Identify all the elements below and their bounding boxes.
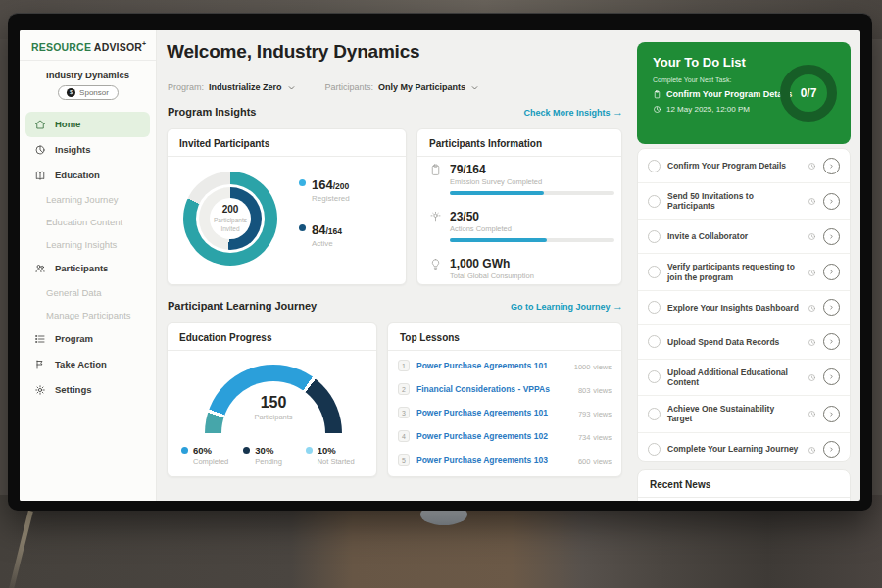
task-open-button[interactable] — [823, 158, 840, 174]
sidebar-item-insights[interactable]: Insights — [25, 137, 150, 163]
task-row-confirm-your-program-details[interactable]: Confirm Your Program Details — [638, 149, 850, 182]
participants-information-card: Participants Information 79/164 Emission… — [416, 128, 622, 285]
todo-summary-card: Your To Do List Complete Your Next Task:… — [637, 42, 851, 144]
task-checkbox[interactable] — [648, 301, 661, 314]
task-row-verify-participants-requesting-to-join-t[interactable]: Verify participants requesting to join t… — [638, 253, 850, 289]
task-clock-icon — [808, 227, 816, 245]
clipboard-icon — [653, 90, 662, 99]
sidebar-item-program[interactable]: Program — [25, 326, 150, 352]
task-open-button[interactable] — [823, 406, 840, 422]
check-more-insights-link[interactable]: Check More Insights → — [523, 106, 623, 118]
home-icon — [34, 119, 46, 130]
gauge-center-label: 150 Participants — [205, 394, 342, 421]
legend-dot — [299, 179, 306, 186]
program-insights-title: Program Insights — [168, 106, 256, 118]
gauge-legend: 60% Completed 30% Pending 10% Not Starte… — [181, 445, 368, 466]
task-checkbox[interactable] — [648, 408, 661, 420]
education-icon — [34, 170, 46, 181]
lesson-rank-badge: 5 — [398, 454, 410, 466]
invited-donut-chart: 200 Participants Invited — [183, 172, 277, 266]
task-open-button[interactable] — [823, 228, 840, 245]
participants-icon — [34, 263, 46, 274]
donut-center-label: 200 Participants Invited — [196, 184, 265, 253]
todo-subtitle: Complete Your Next Task: — [653, 76, 731, 83]
lesson-row: 4 Power Purchase Agreements 102 734 view… — [398, 424, 612, 448]
sidebar-item-settings[interactable]: Settings — [25, 377, 150, 403]
task-row-invite-a-collaborator[interactable]: Invite a Collaborator — [638, 219, 850, 253]
arrow-right-icon: → — [612, 106, 623, 118]
filter-participants[interactable]: Participants: Only My Participants — [325, 78, 480, 96]
task-checkbox[interactable] — [648, 160, 661, 172]
donut-legend-item: 84/164 Active — [299, 220, 350, 248]
todo-next-task: Confirm Your Program Details — [653, 89, 792, 99]
sidebar-item-education-content[interactable]: Education Content — [25, 211, 150, 233]
chevron-down-icon — [287, 78, 296, 96]
gauge-legend-item: 60% Completed — [181, 445, 243, 466]
task-open-button[interactable] — [823, 441, 840, 458]
lesson-link[interactable]: Power Purchase Agreements 103 — [416, 455, 571, 465]
task-clock-icon — [808, 264, 816, 281]
task-open-button[interactable] — [823, 333, 840, 350]
task-checkbox[interactable] — [648, 195, 661, 208]
sidebar-item-learning-journey[interactable]: Learning Journey — [25, 188, 150, 211]
top-lessons-title: Top Lessons — [388, 323, 621, 351]
task-row-explore-your-insights-dashboard[interactable]: Explore Your Insights Dashboard — [638, 290, 850, 324]
metric-row: 79/164 Emission Survey Completed — [429, 163, 612, 195]
recent-news-card: Recent News — [637, 469, 851, 501]
sidebar-item-participants[interactable]: Participants — [25, 256, 150, 281]
lesson-link[interactable]: Power Purchase Agreements 102 — [416, 431, 571, 441]
lesson-row: 1 Power Purchase Agreements 101 1000 vie… — [398, 354, 612, 377]
task-open-button[interactable] — [823, 264, 840, 280]
progress-fill — [450, 238, 547, 242]
invited-count-label: Participants Invited — [209, 217, 252, 232]
task-open-button[interactable] — [823, 368, 840, 385]
task-clock-icon — [808, 405, 816, 422]
sidebar-item-manage-participants[interactable]: Manage Participants — [25, 304, 150, 326]
lesson-rank-badge: 4 — [398, 430, 410, 442]
task-open-button[interactable] — [823, 299, 840, 316]
legend-dot — [306, 447, 313, 454]
task-checkbox[interactable] — [648, 335, 661, 348]
task-checkbox[interactable] — [648, 370, 661, 383]
sidebar-item-take-action[interactable]: Take Action — [25, 352, 150, 377]
lesson-link[interactable]: Power Purchase Agreements 101 — [416, 408, 571, 417]
donut-legend-item: 164/200 Registered — [299, 175, 350, 203]
actions-icon — [429, 210, 442, 242]
sidebar-nav: Home Insights Education Learning Journey… — [20, 112, 156, 403]
brand-primary: RESOURCE — [31, 41, 91, 53]
task-clock-icon — [808, 333, 816, 351]
lesson-row: 3 Power Purchase Agreements 101 793 view… — [398, 401, 612, 424]
gauge-legend-item: 30% Pending — [243, 445, 305, 466]
task-row-upload-spend-data-records[interactable]: Upload Spend Data Records — [638, 324, 850, 359]
lesson-link[interactable]: Power Purchase Agreements 101 — [416, 361, 567, 370]
filter-program[interactable]: Program: Industrialize Zero — [168, 78, 296, 96]
learning-journey-header-row: Participant Learning Journey Go to Learn… — [168, 300, 623, 312]
lesson-row: 2 Financial Considerations - VPPAs 803 v… — [398, 377, 612, 401]
brand-plus: + — [142, 40, 146, 47]
sponsor-label: Sponsor — [79, 88, 109, 97]
task-row-achieve-one-sustainability-target[interactable]: Achieve One Sustainability Target — [638, 395, 850, 431]
task-checkbox[interactable] — [648, 230, 661, 243]
lesson-rank-badge: 2 — [398, 383, 410, 395]
invited-participants-card: Invited Participants 200 Participants In… — [167, 128, 407, 285]
task-row-upload-additional-educational-content[interactable]: Upload Additional Educational Content — [638, 359, 850, 395]
learning-journey-title: Participant Learning Journey — [168, 300, 317, 312]
sidebar-item-learning-insights[interactable]: Learning Insights — [25, 233, 150, 256]
task-clock-icon — [808, 157, 816, 174]
sidebar-item-general-data[interactable]: General Data — [25, 281, 150, 304]
task-row-send-50-invitations-to-participants[interactable]: Send 50 Invitations to Participants — [638, 182, 850, 219]
lesson-link[interactable]: Financial Considerations - VPPAs — [416, 384, 571, 394]
task-checkbox[interactable] — [648, 266, 661, 278]
go-to-learning-journey-link[interactable]: Go to Learning Journey → — [511, 300, 623, 312]
invited-participants-title: Invited Participants — [168, 129, 406, 157]
org-name: Industry Dynamics — [20, 70, 156, 80]
metric-row: 1,000 GWh Total Global Consumption — [429, 257, 612, 280]
todo-tasks-panel: Confirm Your Program Details Send 50 Inv… — [637, 148, 851, 462]
task-checkbox[interactable] — [648, 443, 661, 456]
sidebar-item-education[interactable]: Education — [25, 163, 150, 188]
task-open-button[interactable] — [823, 193, 840, 210]
task-clock-icon — [808, 299, 816, 317]
sidebar-item-home[interactable]: Home — [25, 112, 150, 137]
task-row-complete-your-learning-journey[interactable]: Complete Your Learning Journey — [638, 432, 850, 463]
invited-count: 200 — [222, 204, 239, 215]
